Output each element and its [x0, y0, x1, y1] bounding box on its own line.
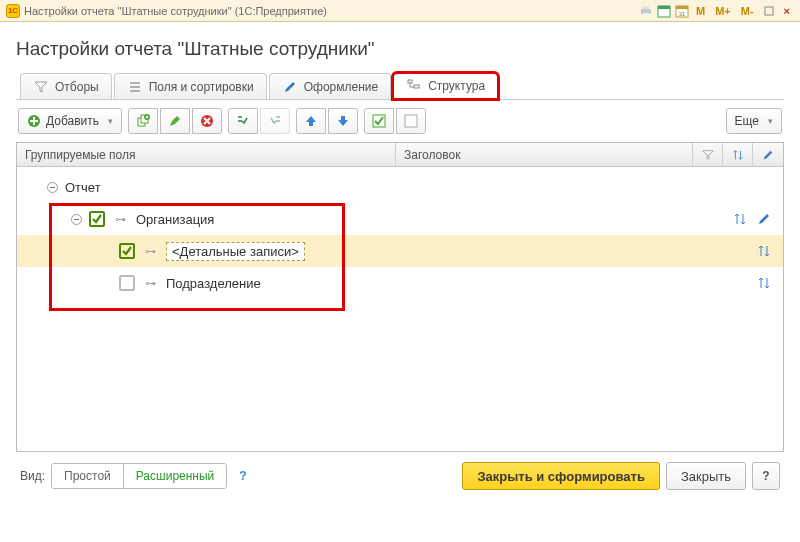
minimize-button[interactable]: [760, 3, 778, 19]
svg-rect-24: [74, 219, 79, 220]
row-sort-icon[interactable]: [755, 274, 773, 292]
row-sort-icon[interactable]: [731, 210, 749, 228]
check-group: [364, 108, 426, 134]
svg-rect-12: [408, 80, 412, 83]
tab-structure[interactable]: Структура: [393, 73, 498, 99]
calendar-icon[interactable]: [656, 3, 672, 19]
help-button[interactable]: ?: [752, 462, 780, 490]
tab-fields[interactable]: Поля и сортировки: [114, 73, 267, 99]
funnel-icon: [33, 79, 49, 95]
row-checkbox[interactable]: [119, 243, 135, 259]
col-sort[interactable]: [723, 143, 753, 166]
row-sort-icon[interactable]: [755, 242, 773, 260]
more-button-label: Еще: [735, 114, 759, 128]
collapse-icon[interactable]: [69, 212, 83, 226]
app-icon: 1C: [6, 4, 20, 18]
memory-mplus-button[interactable]: M+: [711, 3, 735, 19]
arrow-down-icon: [336, 114, 350, 128]
move-in-button[interactable]: [228, 108, 258, 134]
col-grouped-fields[interactable]: Группируемые поля: [17, 143, 396, 166]
close-button[interactable]: Закрыть: [666, 462, 746, 490]
calendar31-icon[interactable]: 31: [674, 3, 690, 19]
grid-header: Группируемые поля Заголовок: [17, 143, 783, 167]
tree-row-detail-records[interactable]: ⊶ <Детальные записи>: [17, 235, 783, 267]
collapse-icon[interactable]: [45, 180, 59, 194]
svg-rect-9: [130, 82, 140, 84]
hierarchy-group: [228, 108, 290, 134]
window-title: Настройки отчета "Штатные сотрудники" (1…: [24, 5, 327, 17]
link-icon: ⊶: [145, 277, 156, 290]
tree-row-label: Отчет: [65, 180, 101, 195]
plus-icon: [27, 114, 41, 128]
edit-group: [128, 108, 222, 134]
add-button-label: Добавить: [46, 114, 99, 128]
view-simple-button[interactable]: Простой: [52, 464, 124, 488]
tree-row-label: <Детальные записи>: [166, 242, 305, 261]
tab-design[interactable]: Оформление: [269, 73, 391, 99]
view-extended-button[interactable]: Расширенный: [124, 464, 227, 488]
tab-structure-label: Структура: [428, 79, 485, 93]
copy-button[interactable]: [128, 108, 158, 134]
svg-rect-1: [643, 6, 649, 9]
structure-grid: Группируемые поля Заголовок Отчет: [16, 142, 784, 452]
col-design[interactable]: [753, 143, 783, 166]
page-title: Настройки отчета "Штатные сотрудники": [16, 38, 784, 60]
brush-icon: [282, 79, 298, 95]
move-down-button[interactable]: [328, 108, 358, 134]
grid-body: Отчет ⊶ Организация: [17, 167, 783, 451]
close-and-generate-button[interactable]: Закрыть и сформировать: [462, 462, 660, 490]
row-checkbox[interactable]: [119, 275, 135, 291]
tab-filters[interactable]: Отборы: [20, 73, 112, 99]
title-bar: 1C Настройки отчета "Штатные сотрудники"…: [0, 0, 800, 22]
col-filter[interactable]: [693, 143, 723, 166]
tree-row-label: Организация: [136, 212, 214, 227]
tree-icon: [406, 78, 422, 94]
svg-rect-6: [676, 6, 688, 9]
delete-icon: [200, 114, 214, 128]
more-button[interactable]: Еще ▾: [726, 108, 782, 134]
indent-left-icon: [268, 114, 282, 128]
svg-rect-8: [765, 7, 773, 15]
svg-rect-20: [405, 115, 417, 127]
col-title[interactable]: Заголовок: [396, 143, 693, 166]
svg-rect-22: [50, 187, 55, 188]
funnel-icon: [702, 149, 714, 161]
svg-rect-13: [414, 85, 419, 88]
check-all-button[interactable]: [364, 108, 394, 134]
structure-toolbar: Добавить ▾: [16, 100, 784, 142]
view-help-button[interactable]: ?: [233, 469, 252, 483]
svg-rect-10: [130, 86, 140, 88]
print-icon[interactable]: [638, 3, 654, 19]
footer-bar: Вид: Простой Расширенный ? Закрыть и сфо…: [16, 452, 784, 494]
tab-filters-label: Отборы: [55, 80, 99, 94]
chevron-down-icon: ▾: [108, 116, 113, 126]
edit-button[interactable]: [160, 108, 190, 134]
uncheck-all-icon: [404, 114, 418, 128]
check-all-icon: [372, 114, 386, 128]
delete-button[interactable]: [192, 108, 222, 134]
tree-row-department[interactable]: ⊶ Подразделение: [17, 267, 783, 299]
move-out-button[interactable]: [260, 108, 290, 134]
arrow-up-icon: [304, 114, 318, 128]
chevron-down-icon: ▾: [768, 116, 773, 126]
tab-fields-label: Поля и сортировки: [149, 80, 254, 94]
link-icon: ⊶: [145, 245, 156, 258]
move-group: [296, 108, 358, 134]
indent-right-icon: [236, 114, 250, 128]
pencil-icon: [168, 114, 182, 128]
view-label: Вид:: [20, 469, 45, 483]
memory-mminus-button[interactable]: M-: [737, 3, 758, 19]
tree-row-report[interactable]: Отчет: [17, 171, 783, 203]
add-button[interactable]: Добавить ▾: [18, 108, 122, 134]
row-brush-icon[interactable]: [755, 210, 773, 228]
brush-icon: [762, 149, 774, 161]
tab-design-label: Оформление: [304, 80, 378, 94]
row-checkbox[interactable]: [89, 211, 105, 227]
close-button[interactable]: ×: [780, 3, 794, 19]
title-bar-right: 31 M M+ M- ×: [638, 3, 794, 19]
move-up-button[interactable]: [296, 108, 326, 134]
uncheck-all-button[interactable]: [396, 108, 426, 134]
tree-row-organization[interactable]: ⊶ Организация: [17, 203, 783, 235]
memory-m-button[interactable]: M: [692, 3, 709, 19]
svg-rect-2: [643, 13, 649, 16]
